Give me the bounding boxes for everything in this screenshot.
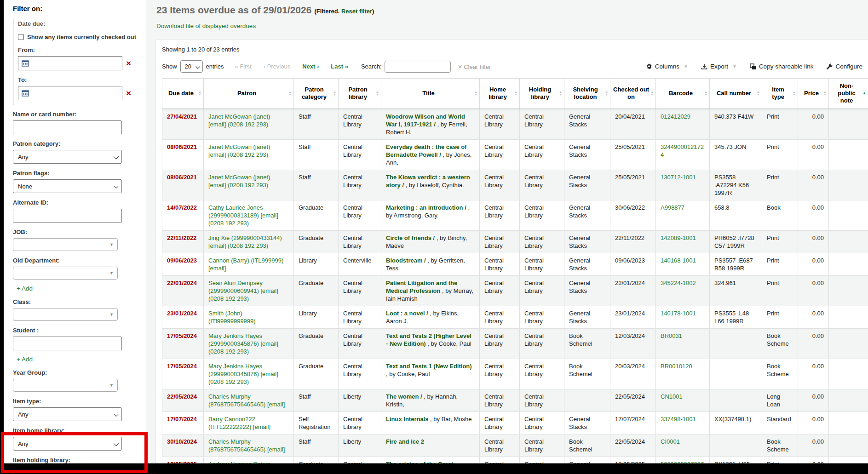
previous-page-button[interactable]: ‹ Previous (264, 63, 291, 70)
next-page-button[interactable]: Next › (302, 63, 319, 70)
page-size-value: 20 (185, 63, 191, 70)
search-label: Search: (361, 63, 382, 70)
title-link[interactable]: The women / (386, 393, 422, 400)
old-department-select[interactable]: ▼ (13, 267, 118, 280)
barcode-link[interactable]: 140168-1001 (661, 257, 696, 264)
title-link[interactable]: Loot : a novel / (386, 310, 428, 317)
page-size-select[interactable]: 20 (180, 60, 203, 73)
title-link[interactable]: Circle of friends / (386, 234, 435, 241)
patron-link[interactable]: Jing Xie (29999000433144) [email] (0208 … (208, 234, 282, 249)
cell-home-library: Central Library (480, 109, 520, 140)
columns-button[interactable]: Columns ▼ (646, 63, 688, 70)
class-select[interactable]: ▼ (13, 308, 118, 321)
cell: 345224-1002 (656, 275, 710, 306)
student-input[interactable] (13, 337, 122, 350)
cell-patron-library: Centerville (339, 253, 381, 275)
cell-due-date: 08/06/2021 (162, 139, 204, 170)
date-from-input[interactable] (18, 56, 122, 70)
cell-non-public-note (829, 359, 868, 389)
barcode-link[interactable]: 012412029 (661, 113, 690, 120)
patron-link[interactable]: Cathy Laurice Jones (29999000313189) [em… (208, 204, 278, 227)
title-link[interactable]: Text and Tests 1 (New Edition) (386, 363, 472, 370)
patron-link[interactable]: Charles Murphy (8768756756465465) [email… (208, 393, 285, 408)
search-input[interactable] (385, 61, 451, 73)
barcode-link[interactable]: 130712-1001 (661, 174, 696, 181)
barcode-link[interactable]: 140178-1001 (661, 310, 696, 317)
column-header-due-date[interactable]: Due date▲▼ (162, 79, 204, 109)
patron-link[interactable]: Cannon (Barry) (ITL999999) [email] (208, 257, 283, 272)
reset-filter-link[interactable]: Reset filter (341, 8, 372, 15)
patron-link[interactable]: Mary Jenkins Hayes (29999000345876) [ema… (208, 363, 278, 385)
clear-to-date-icon[interactable]: × (126, 89, 131, 97)
column-header-patron-library[interactable]: Patron library▲▼ (339, 79, 381, 109)
barcode-link[interactable]: CN1001 (661, 393, 683, 400)
alternate-id-label: Alternate ID: (13, 199, 138, 206)
column-header-shelving-location[interactable]: Shelving location▲▼ (564, 79, 610, 109)
show-checked-out-checkbox[interactable] (18, 34, 24, 40)
export-button[interactable]: Export ▼ (701, 63, 737, 70)
first-page-button[interactable]: « First (235, 63, 252, 70)
patron-flags-select[interactable]: None (13, 179, 122, 193)
job-select[interactable]: ▼ (13, 238, 118, 251)
patron-link[interactable]: Janet McGowan (janet) [email] (0208 192 … (208, 143, 270, 158)
cell-non-public-note (829, 328, 868, 359)
clear-filter-button[interactable]: × Clear filter (458, 63, 491, 70)
patron-category-select[interactable]: Any (13, 150, 122, 164)
patron-link[interactable]: Barry Cannon222 (ITTL22222222) [email] (208, 416, 270, 430)
cell-shelving-location (564, 389, 610, 411)
chevron-down-icon: ▼ (684, 64, 688, 69)
alternate-id-input[interactable] (13, 209, 122, 223)
table-row: 17/07/2024Barry Cannon222 (ITTL22222222)… (162, 411, 868, 434)
barcode-link[interactable]: 142089-1001 (661, 234, 696, 241)
barcode-link[interactable]: 32449000121724 (661, 143, 704, 158)
column-header-home-library[interactable]: Home library▲▼ (480, 79, 520, 109)
barcode-link[interactable]: BR0010120 (661, 363, 692, 370)
add-department-link[interactable]: + Add (17, 285, 33, 292)
page-title: 23 Items overdue as of 29/01/2026(Filter… (156, 5, 374, 16)
barcode-link[interactable]: 345224-1002 (661, 280, 696, 286)
cell-checked-out-on: 23/01/2024 (610, 306, 656, 328)
patron-link[interactable]: Smith (John) (ITl99999999999) (208, 310, 256, 325)
download-overdues-link[interactable]: Download file of displayed overdues (156, 23, 256, 29)
copy-shareable-link-button[interactable]: Copy shareable link (750, 63, 814, 70)
title-link[interactable]: Bloodstream / (386, 257, 426, 264)
column-header-holding-library[interactable]: Holding library▲▼ (520, 79, 564, 109)
cell-non-public-note (829, 411, 868, 434)
cell-patron-library: Liberty (339, 389, 381, 411)
chevron-down-icon: ▼ (109, 271, 114, 275)
cell-holding-library: Central Library (520, 411, 564, 434)
cell-holding-library: Central Library (520, 170, 564, 200)
column-header-price[interactable]: Price▲▼ (798, 79, 829, 109)
barcode-link[interactable]: CI0001 (661, 438, 680, 445)
column-header-barcode[interactable]: Barcode▲▼ (656, 79, 710, 109)
last-page-button[interactable]: Last » (331, 63, 348, 70)
column-header-item-type[interactable]: Item type▲▼ (762, 79, 798, 109)
name-or-card-input[interactable] (13, 120, 122, 134)
job-label: JOB: (13, 228, 138, 235)
title-link[interactable]: Linux Internals (386, 416, 428, 423)
barcode-link[interactable]: 337498-1001 (661, 416, 696, 423)
date-to-input[interactable] (18, 86, 122, 100)
configure-button[interactable]: Configure (826, 63, 862, 70)
title-link[interactable]: Fire and Ice 2 (386, 438, 424, 445)
year-group-select[interactable]: ▼ (13, 379, 118, 392)
column-header-patron[interactable]: Patron▲▼ (204, 79, 294, 109)
cell: 012412029 (656, 109, 710, 140)
patron-link[interactable]: Mary Jenkins Hayes (29999000345876) [ema… (208, 332, 278, 355)
column-header-non-public-note[interactable]: Non-public note▲ (829, 79, 868, 109)
patron-link[interactable]: Janet McGowan (janet) [email] (0208 192 … (208, 113, 270, 128)
barcode-link[interactable]: A998877 (661, 204, 684, 211)
column-header-title[interactable]: Title▲▼ (381, 79, 480, 109)
column-header-call-number[interactable]: Call number▲▼ (710, 79, 762, 109)
clear-from-date-icon[interactable]: × (126, 59, 131, 68)
column-header-checked-out-on[interactable]: Checked out on▲▼ (610, 79, 656, 109)
patron-link[interactable]: Janet McGowan (janet) [email] (0208 192 … (208, 174, 270, 188)
title-link[interactable]: Marketing : an introduction / (386, 204, 466, 211)
barcode-link[interactable]: BR0031 (661, 332, 682, 339)
item-type-select[interactable]: Any (13, 407, 122, 421)
cell-due-date: 23/01/2024 (162, 306, 204, 328)
column-header-patron-category[interactable]: Patron category▲▼ (294, 79, 339, 109)
patron-link[interactable]: Charles Murphy (8768756756465465) [email… (208, 438, 285, 453)
add-student-link[interactable]: + Add (17, 356, 33, 363)
patron-link[interactable]: Sean Alun Dempsey (29999000609941) [emai… (208, 280, 278, 302)
